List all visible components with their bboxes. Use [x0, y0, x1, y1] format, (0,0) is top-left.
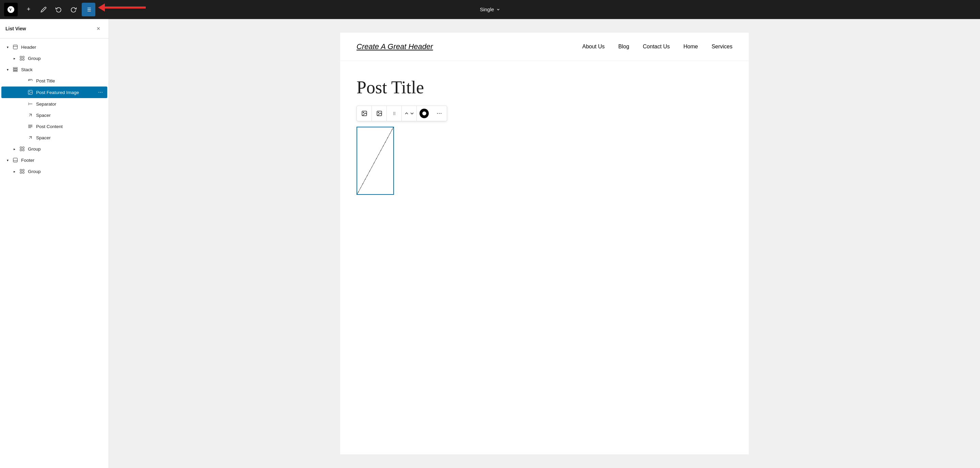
- svg-point-41: [378, 112, 379, 113]
- close-panel-button[interactable]: ×: [94, 24, 103, 33]
- title-block-icon: [27, 77, 34, 84]
- nav-home[interactable]: Home: [683, 44, 698, 50]
- svg-rect-14: [13, 70, 18, 72]
- tree-item-separator[interactable]: Separator: [2, 99, 107, 109]
- spacer1-icon: [27, 111, 34, 119]
- more-options-button[interactable]: ⋯: [96, 88, 105, 96]
- redo-button[interactable]: [67, 3, 80, 16]
- svg-rect-34: [20, 169, 22, 171]
- footer-icon: [11, 156, 19, 164]
- paint-button[interactable]: [420, 109, 429, 118]
- arrow-line: [105, 6, 146, 8]
- svg-rect-37: [22, 172, 24, 174]
- svg-point-50: [439, 113, 440, 114]
- tree-item-group1[interactable]: ▸ Group: [2, 53, 107, 64]
- view-label: Single: [480, 6, 494, 12]
- main-layout: List View × ▾ Header ▸ Group: [0, 19, 980, 468]
- svg-rect-31: [22, 149, 24, 151]
- wordpress-logo: [4, 3, 18, 16]
- chevron-down-icon: [496, 8, 500, 11]
- svg-point-44: [393, 113, 394, 114]
- block-tree: ▾ Header ▸ Group ▾ Stack: [0, 38, 109, 180]
- site-logo[interactable]: Create A Great Header: [356, 42, 433, 51]
- tree-label-separator: Separator: [36, 102, 105, 107]
- svg-point-51: [441, 113, 441, 114]
- tree-label-stack: Stack: [21, 67, 105, 72]
- drag-icon: [392, 111, 397, 116]
- redo-icon: [70, 6, 76, 13]
- drag-button[interactable]: [387, 106, 402, 121]
- svg-rect-28: [20, 147, 22, 148]
- red-arrow-annotation: [99, 3, 146, 11]
- svg-rect-13: [13, 69, 18, 70]
- tree-label-spacer2: Spacer: [36, 135, 105, 140]
- svg-rect-10: [20, 59, 22, 60]
- svg-rect-11: [22, 59, 24, 60]
- chevron-post-title: [19, 77, 26, 84]
- chevron-post-content: [19, 123, 26, 130]
- svg-point-43: [394, 112, 395, 113]
- chevron-group2: ▸: [11, 145, 18, 152]
- list-view-button[interactable]: [82, 3, 95, 16]
- tree-item-footer[interactable]: ▾ Footer: [2, 154, 107, 166]
- view-selector: Single: [476, 5, 504, 14]
- tree-label-group1: Group: [28, 56, 105, 61]
- chevron-group1: ▸: [11, 55, 18, 62]
- list-view-panel: List View × ▾ Header ▸ Group: [0, 19, 109, 468]
- tree-item-group3[interactable]: ▸ Group: [2, 166, 107, 177]
- undo-icon: [56, 6, 62, 13]
- tree-item-post-title[interactable]: Post Title: [2, 75, 107, 86]
- svg-point-20: [29, 91, 30, 92]
- group-icon: [18, 54, 26, 62]
- post-title-display: Post Title: [340, 61, 749, 106]
- nav-contact-us[interactable]: Contact Us: [643, 44, 670, 50]
- stack-icon: [11, 66, 19, 73]
- chevron-spacer2: [19, 134, 26, 141]
- undo-button[interactable]: [52, 3, 65, 16]
- tools-button[interactable]: [37, 3, 50, 16]
- svg-rect-8: [20, 56, 22, 58]
- tree-item-spacer1[interactable]: Spacer: [2, 110, 107, 121]
- svg-rect-35: [22, 169, 24, 171]
- featured-image-placeholder[interactable]: [356, 127, 394, 195]
- chevron-stack: ▾: [4, 66, 11, 73]
- view-dropdown-button[interactable]: Single: [476, 5, 504, 14]
- svg-point-46: [393, 115, 394, 115]
- featured-image-icon: [27, 89, 34, 96]
- more-options-toolbar-button[interactable]: [432, 106, 447, 121]
- paint-icon: [422, 111, 427, 116]
- tree-label-group3: Group: [28, 169, 105, 174]
- add-block-button[interactable]: +: [22, 3, 35, 16]
- svg-point-45: [394, 113, 395, 114]
- image-align-button[interactable]: [372, 106, 387, 121]
- chevron-header: ▾: [4, 44, 11, 50]
- tree-item-spacer2[interactable]: Spacer: [2, 132, 107, 143]
- svg-rect-36: [20, 172, 22, 174]
- wp-icon: [7, 5, 15, 14]
- tree-item-header[interactable]: ▾ Header: [2, 41, 107, 53]
- canvas: Create A Great Header About Us Blog Cont…: [340, 33, 749, 454]
- svg-point-48: [422, 111, 426, 115]
- nav-services[interactable]: Services: [712, 44, 732, 50]
- tree-item-post-content[interactable]: Post Content: [2, 121, 107, 132]
- block-h-icon: [361, 110, 368, 116]
- svg-rect-29: [22, 147, 24, 148]
- chevron-spacer1: [19, 112, 26, 119]
- svg-point-47: [394, 115, 395, 115]
- tree-label-group2: Group: [28, 146, 105, 151]
- chevron-group3: ▸: [11, 168, 18, 175]
- move-arrows-icon: [404, 111, 409, 116]
- block-type-button[interactable]: [357, 106, 372, 121]
- tree-item-post-featured-image[interactable]: Post Featured Image ⋯: [2, 86, 107, 98]
- svg-rect-12: [13, 67, 18, 68]
- edit-icon: [41, 6, 47, 13]
- svg-rect-30: [20, 149, 22, 151]
- svg-point-39: [363, 112, 364, 113]
- nav-about-us[interactable]: About Us: [582, 44, 605, 50]
- tree-label-post-content: Post Content: [36, 124, 105, 129]
- nav-blog[interactable]: Blog: [618, 44, 629, 50]
- list-view-icon: [86, 6, 92, 13]
- tree-item-stack[interactable]: ▾ Stack: [2, 64, 107, 75]
- move-up-down-button[interactable]: [402, 106, 417, 121]
- tree-item-group2[interactable]: ▸ Group: [2, 143, 107, 154]
